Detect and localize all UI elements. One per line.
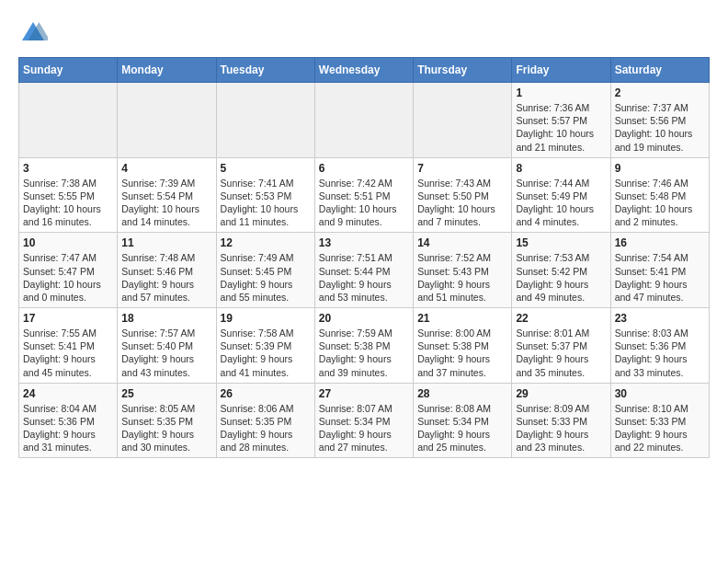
day-info: Sunrise: 8:05 AM Sunset: 5:35 PM Dayligh…: [121, 402, 211, 454]
day-number: 23: [615, 312, 705, 325]
day-number: 16: [615, 236, 705, 249]
day-info: Sunrise: 8:03 AM Sunset: 5:36 PM Dayligh…: [615, 327, 705, 379]
day-info: Sunrise: 7:49 AM Sunset: 5:45 PM Dayligh…: [221, 251, 311, 304]
calendar-header-row: SundayMondayTuesdayWednesdayThursdayFrid…: [19, 58, 710, 83]
day-number: 21: [417, 312, 507, 325]
day-info: Sunrise: 7:44 AM Sunset: 5:49 PM Dayligh…: [516, 177, 606, 229]
calendar-cell: [19, 83, 118, 158]
calendar-cell: 5Sunrise: 7:41 AM Sunset: 5:53 PM Daylig…: [216, 157, 314, 233]
calendar-cell: 10Sunrise: 7:47 AM Sunset: 5:47 PM Dayli…: [19, 233, 118, 308]
calendar-cell: 22Sunrise: 8:01 AM Sunset: 5:37 PM Dayli…: [512, 308, 610, 384]
day-info: Sunrise: 8:06 AM Sunset: 5:35 PM Dayligh…: [221, 402, 311, 454]
calendar-week-row: 10Sunrise: 7:47 AM Sunset: 5:47 PM Dayli…: [19, 233, 710, 308]
day-info: Sunrise: 7:39 AM Sunset: 5:54 PM Dayligh…: [121, 177, 211, 229]
day-number: 15: [516, 236, 606, 249]
day-info: Sunrise: 8:10 AM Sunset: 5:33 PM Dayligh…: [615, 402, 705, 454]
day-of-week-header: Saturday: [610, 58, 709, 83]
calendar-cell: 21Sunrise: 8:00 AM Sunset: 5:38 PM Dayli…: [414, 308, 512, 384]
calendar-cell: 30Sunrise: 8:10 AM Sunset: 5:33 PM Dayli…: [610, 383, 709, 458]
day-number: 12: [221, 236, 311, 249]
logo-icon: [18, 18, 48, 48]
calendar-cell: 4Sunrise: 7:39 AM Sunset: 5:54 PM Daylig…: [118, 157, 216, 233]
day-number: 1: [516, 86, 606, 99]
calendar-cell: 2Sunrise: 7:37 AM Sunset: 5:56 PM Daylig…: [610, 83, 709, 158]
day-number: 13: [319, 236, 409, 249]
calendar-cell: 19Sunrise: 7:58 AM Sunset: 5:39 PM Dayli…: [216, 308, 314, 384]
day-of-week-header: Tuesday: [216, 58, 314, 83]
logo: [18, 18, 51, 48]
day-info: Sunrise: 7:53 AM Sunset: 5:42 PM Dayligh…: [516, 251, 606, 304]
day-number: 3: [23, 162, 113, 175]
day-number: 18: [121, 312, 211, 325]
calendar-cell: 23Sunrise: 8:03 AM Sunset: 5:36 PM Dayli…: [610, 308, 709, 384]
calendar-cell: 28Sunrise: 8:08 AM Sunset: 5:34 PM Dayli…: [414, 383, 512, 458]
day-info: Sunrise: 7:58 AM Sunset: 5:39 PM Dayligh…: [221, 327, 311, 379]
day-info: Sunrise: 7:36 AM Sunset: 5:57 PM Dayligh…: [516, 101, 606, 154]
day-of-week-header: Thursday: [414, 58, 512, 83]
day-number: 5: [221, 162, 311, 175]
calendar-cell: [414, 83, 512, 158]
day-number: 9: [615, 162, 705, 175]
calendar-week-row: 3Sunrise: 7:38 AM Sunset: 5:55 PM Daylig…: [19, 157, 710, 233]
day-info: Sunrise: 8:01 AM Sunset: 5:37 PM Dayligh…: [516, 327, 606, 379]
day-number: 10: [23, 236, 113, 249]
day-number: 20: [319, 312, 409, 325]
calendar-cell: 12Sunrise: 7:49 AM Sunset: 5:45 PM Dayli…: [216, 233, 314, 308]
day-info: Sunrise: 7:52 AM Sunset: 5:43 PM Dayligh…: [417, 251, 507, 304]
day-number: 14: [417, 236, 507, 249]
day-info: Sunrise: 8:04 AM Sunset: 5:36 PM Dayligh…: [23, 402, 113, 454]
day-info: Sunrise: 7:48 AM Sunset: 5:46 PM Dayligh…: [121, 251, 211, 304]
day-number: 17: [23, 312, 113, 325]
day-number: 4: [121, 162, 211, 175]
calendar-cell: 25Sunrise: 8:05 AM Sunset: 5:35 PM Dayli…: [118, 383, 216, 458]
day-number: 19: [221, 312, 311, 325]
day-of-week-header: Monday: [118, 58, 216, 83]
day-number: 6: [319, 162, 409, 175]
day-number: 22: [516, 312, 606, 325]
day-of-week-header: Sunday: [19, 58, 118, 83]
day-number: 26: [221, 387, 311, 400]
day-info: Sunrise: 7:43 AM Sunset: 5:50 PM Dayligh…: [417, 177, 507, 229]
day-info: Sunrise: 7:42 AM Sunset: 5:51 PM Dayligh…: [319, 177, 409, 229]
day-number: 30: [615, 387, 705, 400]
calendar-cell: [216, 83, 314, 158]
day-info: Sunrise: 7:47 AM Sunset: 5:47 PM Dayligh…: [23, 251, 113, 304]
calendar-cell: 7Sunrise: 7:43 AM Sunset: 5:50 PM Daylig…: [414, 157, 512, 233]
calendar-cell: 29Sunrise: 8:09 AM Sunset: 5:33 PM Dayli…: [512, 383, 610, 458]
calendar-cell: 20Sunrise: 7:59 AM Sunset: 5:38 PM Dayli…: [314, 308, 413, 384]
calendar-cell: 26Sunrise: 8:06 AM Sunset: 5:35 PM Dayli…: [216, 383, 314, 458]
day-number: 25: [121, 387, 211, 400]
day-info: Sunrise: 7:46 AM Sunset: 5:48 PM Dayligh…: [615, 177, 705, 229]
day-info: Sunrise: 7:41 AM Sunset: 5:53 PM Dayligh…: [221, 177, 311, 229]
day-number: 28: [417, 387, 507, 400]
day-info: Sunrise: 8:08 AM Sunset: 5:34 PM Dayligh…: [417, 402, 507, 454]
day-number: 7: [417, 162, 507, 175]
day-number: 24: [23, 387, 113, 400]
day-number: 2: [615, 86, 705, 99]
day-info: Sunrise: 7:38 AM Sunset: 5:55 PM Dayligh…: [23, 177, 113, 229]
calendar-cell: [314, 83, 413, 158]
day-number: 8: [516, 162, 606, 175]
day-info: Sunrise: 8:07 AM Sunset: 5:34 PM Dayligh…: [319, 402, 409, 454]
day-number: 11: [121, 236, 211, 249]
day-info: Sunrise: 7:51 AM Sunset: 5:44 PM Dayligh…: [319, 251, 409, 304]
calendar-cell: 3Sunrise: 7:38 AM Sunset: 5:55 PM Daylig…: [19, 157, 118, 233]
calendar-cell: 13Sunrise: 7:51 AM Sunset: 5:44 PM Dayli…: [314, 233, 413, 308]
day-info: Sunrise: 7:59 AM Sunset: 5:38 PM Dayligh…: [319, 327, 409, 379]
calendar-cell: 17Sunrise: 7:55 AM Sunset: 5:41 PM Dayli…: [19, 308, 118, 384]
day-info: Sunrise: 7:54 AM Sunset: 5:41 PM Dayligh…: [615, 251, 705, 304]
calendar-cell: 16Sunrise: 7:54 AM Sunset: 5:41 PM Dayli…: [610, 233, 709, 308]
calendar-cell: 9Sunrise: 7:46 AM Sunset: 5:48 PM Daylig…: [610, 157, 709, 233]
calendar-week-row: 17Sunrise: 7:55 AM Sunset: 5:41 PM Dayli…: [19, 308, 710, 384]
calendar-week-row: 24Sunrise: 8:04 AM Sunset: 5:36 PM Dayli…: [19, 383, 710, 458]
day-info: Sunrise: 8:00 AM Sunset: 5:38 PM Dayligh…: [417, 327, 507, 379]
calendar-week-row: 1Sunrise: 7:36 AM Sunset: 5:57 PM Daylig…: [19, 83, 710, 158]
day-number: 29: [516, 387, 606, 400]
calendar-cell: 18Sunrise: 7:57 AM Sunset: 5:40 PM Dayli…: [118, 308, 216, 384]
calendar-cell: 14Sunrise: 7:52 AM Sunset: 5:43 PM Dayli…: [414, 233, 512, 308]
calendar-cell: [118, 83, 216, 158]
day-info: Sunrise: 7:57 AM Sunset: 5:40 PM Dayligh…: [121, 327, 211, 379]
calendar-cell: 27Sunrise: 8:07 AM Sunset: 5:34 PM Dayli…: [314, 383, 413, 458]
calendar-cell: 24Sunrise: 8:04 AM Sunset: 5:36 PM Dayli…: [19, 383, 118, 458]
day-number: 27: [319, 387, 409, 400]
